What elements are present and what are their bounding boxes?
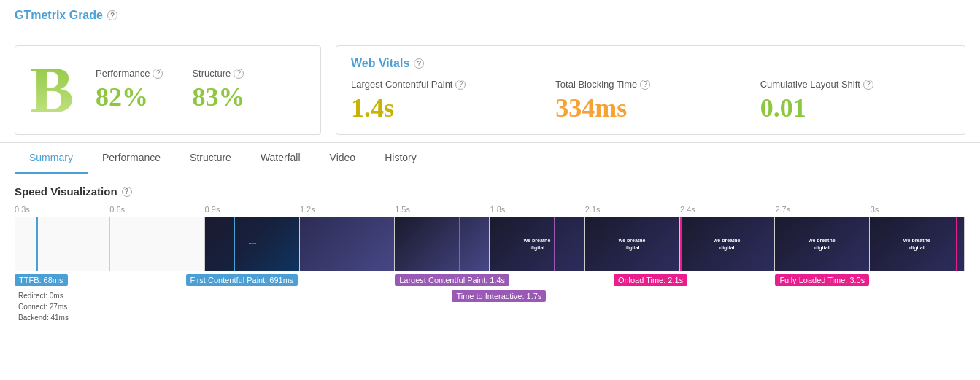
tbt-metric: Total Blocking Time ? 334ms [555,79,745,123]
frame-10: we breathedigital [870,217,965,271]
structure-label: Structure ? [192,68,244,79]
fcp-label: First Contentful Paint: 691ms [186,274,298,286]
lcp-label: Largest Contentful Paint ? [351,79,466,90]
onload-line [680,217,682,271]
timeline-ruler: 0.3s 0.6s 0.9s 1.2s 1.5s 1.8s 2.1s 2.4s … [15,205,965,217]
ruler-mark-2: 0.6s [109,205,204,214]
tab-waterfall[interactable]: Waterfall [246,143,315,174]
cls-label: Cumulative Layout Shift ? [760,79,873,90]
web-vitals-title: Web Vitals ? [351,57,950,70]
ruler-mark-5: 1.5s [395,205,490,214]
timeline-wrapper: 0.3s 0.6s 0.9s 1.2s 1.5s 1.8s 2.1s 2.4s … [15,205,965,322]
cls-value: 0.01 [760,93,806,123]
gtmetrix-title-text: GTmetrix Grade [15,9,103,22]
lcp-label: Largest Contentful Paint: 1.4s [395,274,509,286]
cls-help-icon[interactable]: ? [863,80,873,90]
annotations-area: TTFB: 68ms Redirect: 0ms Connect: 27ms B… [15,274,965,322]
lcp-help-icon[interactable]: ? [455,80,466,90]
frame-8: we breathedigital [680,217,775,271]
tab-history[interactable]: History [370,143,431,174]
ruler-mark-1: 0.3s [15,205,109,214]
gtmetrix-help-icon[interactable]: ? [107,10,117,20]
performance-metric: Performance ? 82% [96,68,163,112]
ruler-mark-8: 2.4s [680,205,775,214]
ruler-mark-3: 0.9s [205,205,300,214]
fcp-line [234,217,235,271]
filmstrip-container: ▪▪▪▪▪ we breathedigital [15,217,965,271]
frame-4 [300,217,395,271]
lcp-value: 1.4s [351,93,394,123]
ruler-mark-6: 1.8s [490,205,584,214]
speed-viz-section: Speed Visualization ? 0.3s 0.6s 0.9s 1.2… [0,174,980,329]
fully-loaded-line [956,217,957,271]
grade-metrics: Performance ? 82% Structure ? 83% [96,68,244,112]
frame-6: we breathedigital [490,217,584,271]
frame-2 [110,217,205,271]
frame-9: we breathedigital [775,217,870,271]
tab-video[interactable]: Video [315,143,371,174]
ruler-mark-7: 2.1s [585,205,680,214]
tbt-label: Total Blocking Time ? [555,79,650,90]
web-vitals-panel: Web Vitals ? Largest Contentful Paint ? … [336,45,965,135]
speed-viz-help-icon[interactable]: ? [122,187,132,197]
performance-value: 82% [96,82,148,112]
lcp-line [459,217,460,271]
structure-metric: Structure ? 83% [192,68,244,112]
frame-5 [395,217,490,271]
frame-3: ▪▪▪▪▪ [205,217,300,271]
gtmetrix-grade-panel: B Performance ? 82% Structure ? 83% [15,45,321,135]
gtmetrix-grade-title: GTmetrix Grade ? [15,9,965,22]
top-metrics-section: B Performance ? 82% Structure ? 83% Web … [0,34,980,142]
tab-performance[interactable]: Performance [88,143,175,174]
web-vitals-metrics: Largest Contentful Paint ? 1.4s Total Bl… [351,79,950,123]
performance-label: Performance ? [96,68,163,79]
ruler-mark-10: 3s [871,205,965,214]
frame-1 [15,217,110,271]
structure-value: 83% [192,82,244,112]
onload-label: Onload Time: 2.1s [614,274,687,286]
tbt-value: 334ms [555,93,627,123]
tti-line [554,217,555,271]
ttfb-line [36,217,38,271]
tbt-help-icon[interactable]: ? [640,80,650,90]
frame-7: we breathedigital [585,217,680,271]
tab-summary[interactable]: Summary [15,143,88,174]
cls-metric: Cumulative Layout Shift ? 0.01 [760,79,950,123]
speed-viz-title: Speed Visualization ? [15,185,965,198]
ruler-mark-4: 1.2s [300,205,395,214]
performance-help-icon[interactable]: ? [153,69,163,79]
filmstrip: ▪▪▪▪▪ we breathedigital [15,217,965,271]
ttfb-details: Redirect: 0ms Connect: 27ms Backend: 41m… [18,290,69,323]
tabs-section: Summary Performance Structure Waterfall … [0,142,980,174]
structure-help-icon[interactable]: ? [234,69,244,79]
lcp-metric: Largest Contentful Paint ? 1.4s [351,79,541,123]
tti-label: Time to Interactive: 1.7s [452,290,546,302]
ttfb-label: TTFB: 68ms [15,274,68,286]
web-vitals-help-icon[interactable]: ? [414,58,424,69]
grade-letter: B [30,58,74,123]
ruler-mark-9: 2.7s [775,205,870,214]
tab-structure[interactable]: Structure [175,143,246,174]
fully-loaded-label: Fully Loaded Time: 3.0s [775,274,869,286]
